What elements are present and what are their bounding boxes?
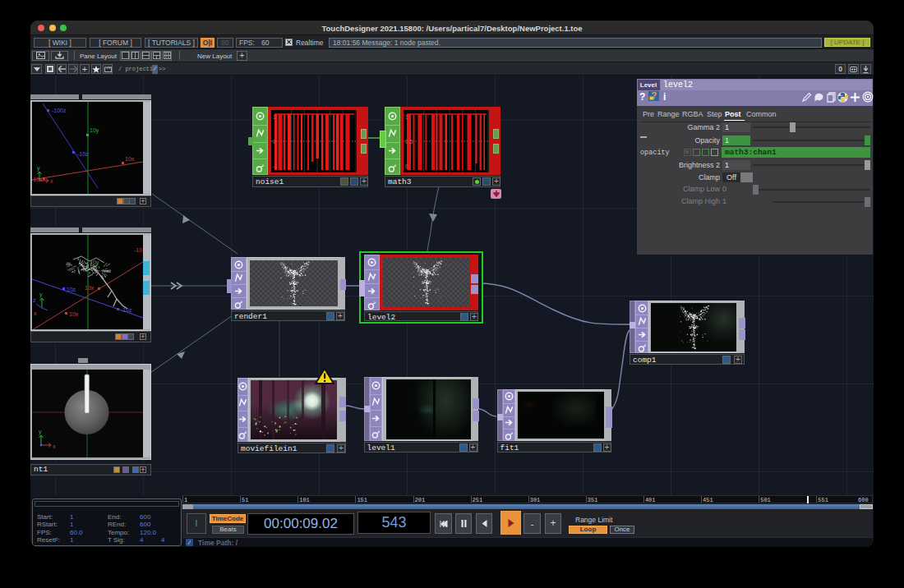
svg-text:0: 0 (273, 139, 276, 145)
svg-text:1: 1 (273, 114, 276, 120)
svg-text:x: x (50, 178, 53, 184)
svg-text:x: x (34, 310, 37, 316)
svg-text:10x: 10x (69, 311, 79, 317)
svg-text:-10z: -10z (121, 307, 132, 313)
svg-text:10z: 10z (67, 287, 76, 292)
svg-text:-100z: -100z (52, 108, 67, 113)
svg-text:z: z (33, 297, 36, 303)
svg-text:0: 0 (405, 163, 408, 169)
svg-text:-10: -10 (134, 247, 142, 253)
svg-text:1: 1 (405, 114, 408, 120)
svg-text:y: y (39, 429, 42, 435)
svg-text:-10x: -10x (32, 177, 43, 182)
svg-text:10x: 10x (85, 285, 95, 291)
svg-text:-10z: -10z (77, 151, 89, 157)
svg-text:y: y (39, 292, 43, 298)
svg-text:-1: -1 (273, 163, 278, 169)
svg-text:0.5: 0.5 (405, 139, 413, 145)
svg-text:10y: 10y (90, 127, 99, 134)
svg-text:10y: 10y (90, 260, 99, 266)
svg-text:x: x (53, 443, 56, 449)
svg-text:10x: 10x (125, 156, 135, 162)
svg-text:y: y (37, 165, 40, 172)
